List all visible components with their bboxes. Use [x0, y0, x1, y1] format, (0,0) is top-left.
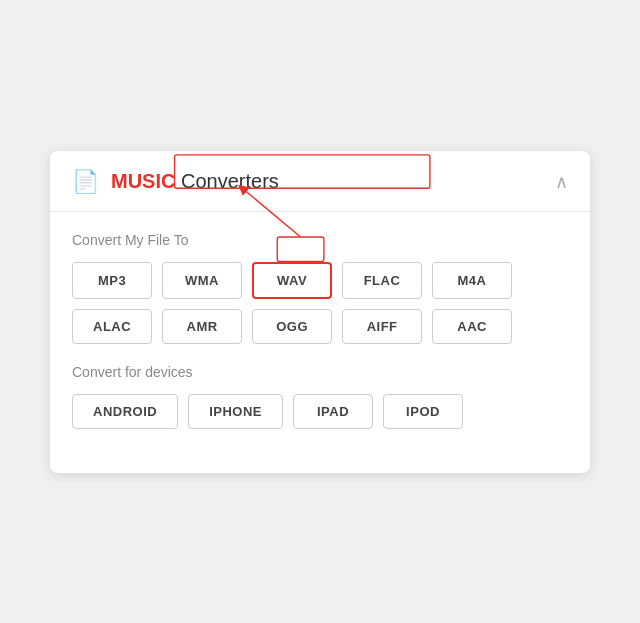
format-aac[interactable]: AAC	[432, 309, 512, 344]
format-aiff[interactable]: AIFF	[342, 309, 422, 344]
format-flac[interactable]: FLAC	[342, 262, 422, 299]
format-mp3[interactable]: MP3	[72, 262, 152, 299]
format-amr[interactable]: AMR	[162, 309, 242, 344]
format-iphone[interactable]: IPHONE	[188, 394, 283, 429]
format-m4a[interactable]: M4A	[432, 262, 512, 299]
format-wav[interactable]: WAV	[252, 262, 332, 299]
header-title: MUSIC Converters	[111, 170, 279, 193]
converters-text: Converters	[175, 170, 278, 192]
format-alac[interactable]: ALAC	[72, 309, 152, 344]
convert-devices-label: Convert for devices	[72, 364, 568, 380]
format-android[interactable]: ANDROID	[72, 394, 178, 429]
convert-file-label: Convert My File To	[72, 232, 568, 248]
header-left: 📄 MUSIC Converters	[72, 169, 279, 195]
collapse-chevron[interactable]: ∧	[555, 171, 568, 193]
file-format-grid: MP3 WMA WAV FLAC M4A ALAC AMR OGG AIFF A…	[72, 262, 568, 344]
format-ipad[interactable]: IPAD	[293, 394, 373, 429]
device-format-grid: ANDROID IPHONE IPAD IPOD	[72, 394, 568, 429]
music-text: MUSIC	[111, 170, 175, 192]
format-ipod[interactable]: IPOD	[383, 394, 463, 429]
file-icon: 📄	[72, 169, 99, 195]
card-body: Convert My File To MP3 WMA WAV FLAC M4A …	[50, 212, 590, 473]
card-header: 📄 MUSIC Converters ∧	[50, 151, 590, 212]
format-ogg[interactable]: OGG	[252, 309, 332, 344]
format-wma[interactable]: WMA	[162, 262, 242, 299]
